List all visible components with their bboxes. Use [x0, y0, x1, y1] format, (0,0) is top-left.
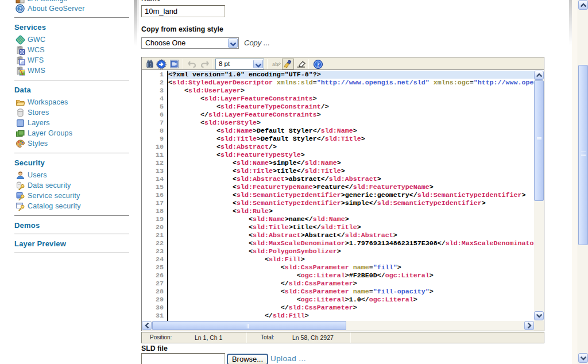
svg-text:?: ?: [316, 61, 320, 68]
svg-text:?: ?: [18, 5, 22, 12]
